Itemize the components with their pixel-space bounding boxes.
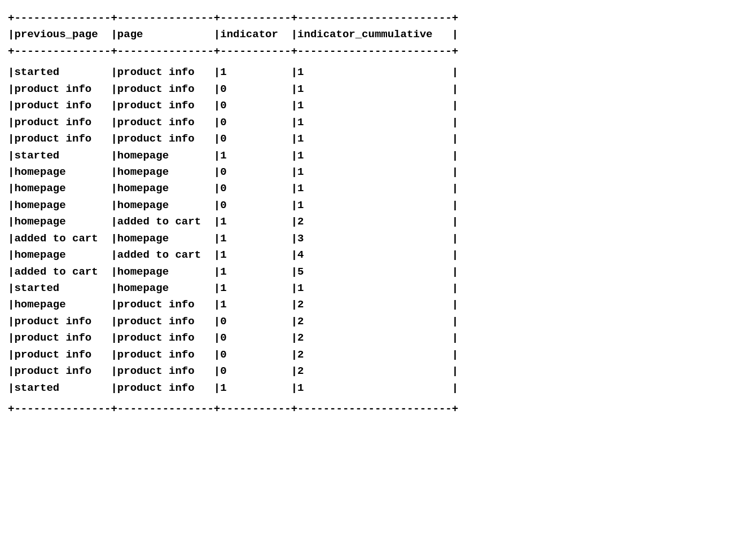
table-row: |homepage |homepage |0 |1 | [6,197,727,214]
data-table: +---------------+---------------+-------… [6,6,727,64]
header-separator: +---------------+---------------+-------… [8,45,458,58]
header-row: |previous_page |page |indicator |indicat… [8,28,458,41]
table-row: |product info |product info |0 |1 | [6,98,727,114]
top-separator: +---------------+---------------+-------… [8,12,458,24]
table-container: +---------------+---------------+-------… [6,6,727,422]
table-row: |product info |product info |0 |2 | [6,314,727,330]
table-row: |added to cart |homepage |1 |5 | [6,264,727,280]
table-row: |product info |product info |0 |1 | [6,81,727,98]
table-row: |started |product info |1 |1 | [6,380,727,396]
table-row: |added to cart |homepage |1 |3 | [6,231,727,247]
table-row: |homepage |added to cart |1 |4 | [6,247,727,263]
bottom-separator: +---------------+---------------+-------… [8,403,458,415]
table-row: |product info |product info |0 |2 | [6,330,727,346]
bottom-separator-container: +---------------+---------------+-------… [6,396,727,422]
table-row: |started |homepage |1 |1 | [6,280,727,297]
table-row: |product info |product info |0 |1 | [6,131,727,147]
table-row: |homepage |homepage |0 |1 | [6,164,727,180]
table-row: |homepage |product info |1 |2 | [6,297,727,313]
table-row: |started |product info |1 |1 | [6,64,727,81]
table-row: |homepage |added to cart |1 |2 | [6,214,727,230]
table-rows: |started |product info |1 |1 ||product i… [6,64,727,396]
table-row: |product info |product info |0 |2 | [6,363,727,380]
table-row: |product info |product info |0 |2 | [6,347,727,363]
table-row: |product info |product info |0 |1 | [6,114,727,131]
table-row: |homepage |homepage |0 |1 | [6,180,727,197]
table-row: |started |homepage |1 |1 | [6,148,727,164]
